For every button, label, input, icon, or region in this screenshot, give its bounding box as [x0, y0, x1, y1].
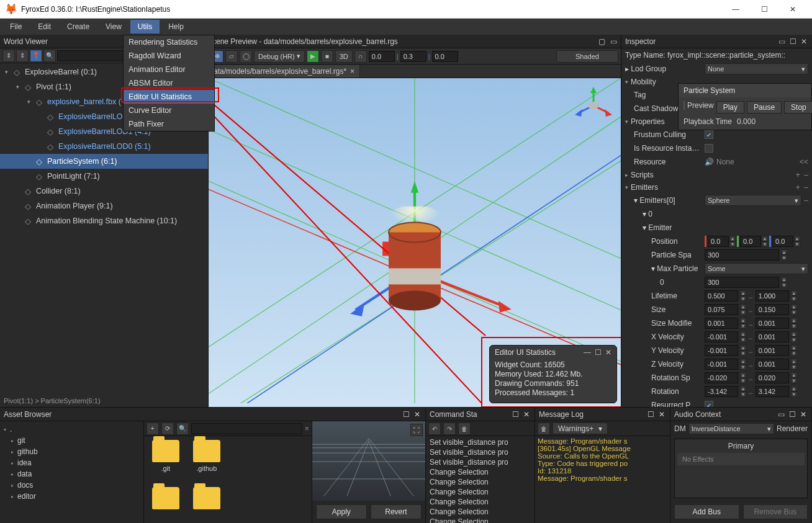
pos-y-input[interactable] [740, 236, 761, 247]
panel-max-icon[interactable]: ☐ [646, 410, 655, 419]
clear-log-icon[interactable]: 🗑 [538, 422, 550, 435]
zero-input[interactable] [705, 277, 779, 288]
tree-row[interactable]: ExplosiveBarrelLOD0 (5:1) [0, 139, 208, 154]
rotation-max-input[interactable] [756, 386, 789, 397]
search-icon[interactable]: 🔍 [176, 422, 189, 435]
panel-close-icon[interactable]: ✕ [657, 410, 666, 419]
add-asset-icon[interactable]: + [147, 422, 159, 435]
pos-z-input[interactable] [772, 236, 793, 247]
panel-max-icon[interactable]: ☐ [788, 37, 797, 46]
ps-pause-button[interactable]: Pause [747, 101, 782, 114]
magnet-icon[interactable]: ∩ [354, 50, 367, 63]
menu-view[interactable]: View [98, 20, 129, 34]
dd-rendering-statistics[interactable]: Rendering Statistics [124, 35, 214, 49]
clear-search-icon[interactable]: × [305, 424, 309, 433]
is-resource-checkbox[interactable] [705, 144, 713, 153]
collapse-all-icon[interactable]: ⇕ [2, 50, 15, 62]
message-list[interactable]: Message: Program/shader s[3601.45s] Open… [535, 436, 670, 523]
tree-row[interactable]: ParticleSystem (6:1) [0, 154, 208, 169]
particle-spa-input[interactable] [705, 249, 779, 261]
rotsp-min-input[interactable] [705, 372, 738, 383]
lifetime-max-input[interactable] [756, 290, 789, 302]
asset-grid[interactable]: .git.github [144, 436, 312, 523]
panel-pin-icon[interactable]: ▭ [777, 410, 785, 419]
snap-value-2[interactable]: 0.3 [400, 51, 426, 62]
panel-close-icon[interactable]: ✕ [522, 410, 531, 419]
clear-icon[interactable]: 🗑 [458, 422, 471, 435]
command-row[interactable]: Change Selection [427, 517, 533, 523]
asset-tree[interactable]: ▾. ▸git▸github▸idea▸data▸docs▸editor [0, 421, 144, 523]
ps-stop-button[interactable]: Stop [784, 101, 812, 114]
asset-dir-row[interactable]: ▸github [0, 446, 143, 457]
asset-dir-row[interactable]: ▸git [0, 435, 143, 446]
dimension-toggle[interactable]: 3D [335, 50, 353, 63]
redo-icon[interactable]: ↷ [443, 422, 456, 435]
dd-ragdoll-wizard[interactable]: Ragdoll Wizard [124, 49, 214, 63]
folder-item[interactable]: .git [148, 440, 184, 482]
dd-absm-editor[interactable]: ABSM Editor [124, 76, 214, 90]
preview-expand-icon[interactable]: ⛶ [410, 424, 423, 436]
undo-icon[interactable]: ↶ [428, 422, 441, 435]
minimize-button[interactable]: — [721, 0, 750, 19]
asset-search-input[interactable] [191, 423, 302, 434]
search-icon[interactable]: 🔍 [43, 50, 56, 62]
command-row[interactable]: Set visible_distance pro [427, 457, 533, 467]
asset-dir-row[interactable]: ▸docs [0, 480, 143, 491]
zvel-max-input[interactable] [756, 359, 789, 370]
yvel-min-input[interactable] [705, 345, 738, 356]
frustum-checkbox[interactable] [705, 130, 713, 139]
dd-animation-editor[interactable]: Animation Editor [124, 63, 214, 76]
editor-ui-statistics-window[interactable]: Editor UI Statistics — ☐ ✕ Widget Count:… [489, 345, 617, 403]
command-row[interactable]: Change Selection [427, 477, 533, 487]
particle-system-overlay[interactable]: Particle System Preview Play Pause Stop … [678, 83, 812, 130]
play-button[interactable]: ▶ [307, 50, 319, 63]
stop-button[interactable]: ■ [321, 50, 333, 63]
tree-row[interactable]: Collider (8:1) [0, 184, 208, 199]
lifetime-min-input[interactable] [705, 290, 738, 302]
refresh-icon[interactable]: ⟳ [161, 422, 174, 435]
menu-edit[interactable]: Edit [30, 20, 58, 34]
folder-item[interactable] [189, 487, 225, 519]
revert-button[interactable]: Revert [371, 504, 422, 519]
debug-mode-select[interactable]: Debug (HR) ▾ [254, 50, 305, 63]
snap-value-1[interactable]: 0.0 [369, 51, 395, 62]
panel-close-icon[interactable]: ✕ [799, 410, 808, 419]
command-row[interactable]: Set visible_distance pro [427, 447, 533, 457]
command-row[interactable]: Set visible_distance pro [427, 437, 533, 447]
axis-gizmo-icon[interactable] [575, 87, 612, 118]
dd-path-fixer[interactable]: Path Fixer [124, 117, 214, 131]
close-button[interactable]: ✕ [778, 0, 807, 19]
log-filter-select[interactable]: Warnings+ ▾ [553, 422, 608, 434]
emitters0-select[interactable]: Sphere▾ [705, 195, 801, 206]
asset-dir-row[interactable]: ▸editor [0, 491, 143, 502]
scale-tool-icon[interactable]: ▱ [225, 50, 238, 63]
yvel-max-input[interactable] [756, 345, 789, 356]
command-row[interactable]: Change Selection [427, 467, 533, 477]
resurrect-checkbox[interactable] [705, 401, 713, 407]
panel-max-icon[interactable]: ☐ [511, 410, 520, 419]
ps-preview-checkbox[interactable] [683, 101, 685, 110]
menu-create[interactable]: Create [60, 20, 97, 34]
xvel-min-input[interactable] [705, 331, 738, 342]
lod-group-select[interactable]: None▾ [705, 63, 808, 74]
apply-button[interactable]: Apply [316, 504, 367, 519]
locate-icon[interactable]: 📍 [30, 50, 42, 62]
menu-help[interactable]: Help [161, 20, 191, 34]
panel-pin-icon[interactable]: ▭ [777, 37, 786, 46]
dd-editor-ui-statistics[interactable]: Editor UI Statistics [124, 90, 214, 104]
command-row[interactable]: Change Selection [427, 487, 533, 497]
rotsp-max-input[interactable] [756, 372, 789, 383]
ps-play-button[interactable]: Play [716, 101, 744, 114]
folder-item[interactable]: .github [189, 440, 225, 482]
tab-close-icon[interactable]: × [350, 67, 354, 76]
remove-bus-button[interactable]: Remove Bus [743, 504, 808, 519]
command-row[interactable]: Change Selection [427, 497, 533, 507]
panel-max-icon[interactable]: ☐ [402, 410, 410, 419]
expand-all-icon[interactable]: ⇕ [16, 50, 29, 62]
stats-minimize-icon[interactable]: — [584, 348, 591, 357]
max-particle-select[interactable]: Some▾ [705, 263, 808, 274]
panel-close-icon[interactable]: ✕ [413, 410, 422, 419]
tree-row[interactable]: PointLight (7:1) [0, 169, 208, 184]
panel-minimize-icon[interactable]: ▢ [597, 37, 607, 46]
panel-max-icon[interactable]: ☐ [788, 410, 796, 419]
